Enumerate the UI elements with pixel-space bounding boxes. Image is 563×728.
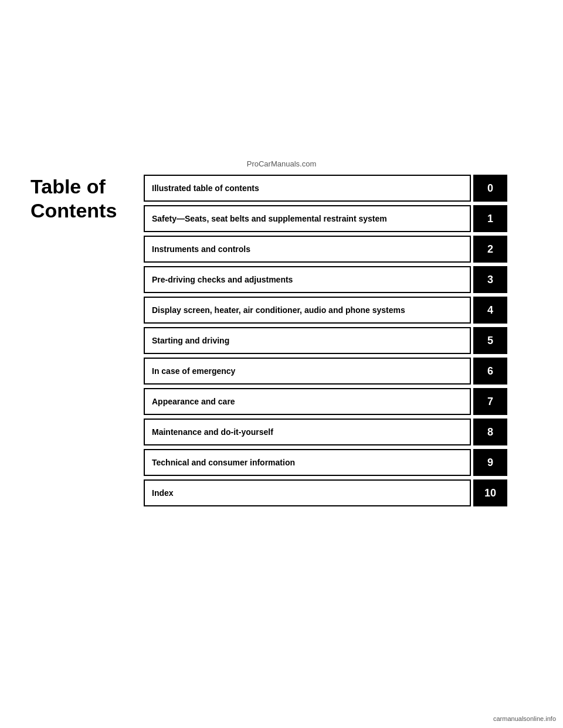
toc-item-number: 7 — [473, 388, 507, 415]
toc-row: Instruments and controls2 — [144, 236, 507, 263]
toc-item-number: 6 — [473, 358, 507, 385]
toc-item-label[interactable]: Appearance and care — [144, 388, 471, 415]
toc-item-label[interactable]: Safety—Seats, seat belts and supplementa… — [144, 205, 471, 232]
toc-row: In case of emergency6 — [144, 358, 507, 385]
toc-item-number: 3 — [473, 266, 507, 293]
page-title-line2: Contents — [30, 199, 117, 222]
toc-row: Pre-driving checks and adjustments3 — [144, 266, 507, 293]
toc-item-label[interactable]: Maintenance and do-it-yourself — [144, 419, 471, 445]
toc-item-number: 2 — [473, 236, 507, 263]
page-title: Table of Contents — [30, 175, 117, 223]
toc-item-label[interactable]: Starting and driving — [144, 327, 471, 354]
toc-row: Safety—Seats, seat belts and supplementa… — [144, 205, 507, 232]
toc-row: Technical and consumer information9 — [144, 449, 507, 476]
page-title-line1: Table of — [30, 175, 106, 198]
toc-item-label[interactable]: Pre-driving checks and adjustments — [144, 266, 471, 293]
toc-item-label[interactable]: Technical and consumer information — [144, 449, 471, 476]
toc-row: Appearance and care7 — [144, 388, 507, 415]
watermark-text: ProCarManuals.com — [247, 159, 317, 168]
toc-row: Display screen, heater, air conditioner,… — [144, 297, 507, 324]
toc-item-number: 1 — [473, 205, 507, 232]
toc-item-label[interactable]: Display screen, heater, air conditioner,… — [144, 297, 471, 324]
toc-item-number: 0 — [473, 175, 507, 202]
toc-item-label[interactable]: Index — [144, 479, 471, 506]
toc-container: Illustrated table of contents0Safety—Sea… — [144, 175, 507, 510]
toc-item-number: 10 — [473, 479, 507, 506]
toc-row: Maintenance and do-it-yourself8 — [144, 419, 507, 445]
toc-row: Starting and driving5 — [144, 327, 507, 354]
toc-item-label[interactable]: Instruments and controls — [144, 236, 471, 263]
toc-item-number: 8 — [473, 419, 507, 445]
toc-item-number: 9 — [473, 449, 507, 476]
toc-item-number: 5 — [473, 327, 507, 354]
toc-item-label[interactable]: Illustrated table of contents — [144, 175, 471, 202]
toc-item-number: 4 — [473, 297, 507, 324]
toc-item-label[interactable]: In case of emergency — [144, 358, 471, 385]
toc-row: Index10 — [144, 479, 507, 506]
bottom-logo: carmanualsonline.info — [493, 715, 556, 722]
toc-row: Illustrated table of contents0 — [144, 175, 507, 202]
